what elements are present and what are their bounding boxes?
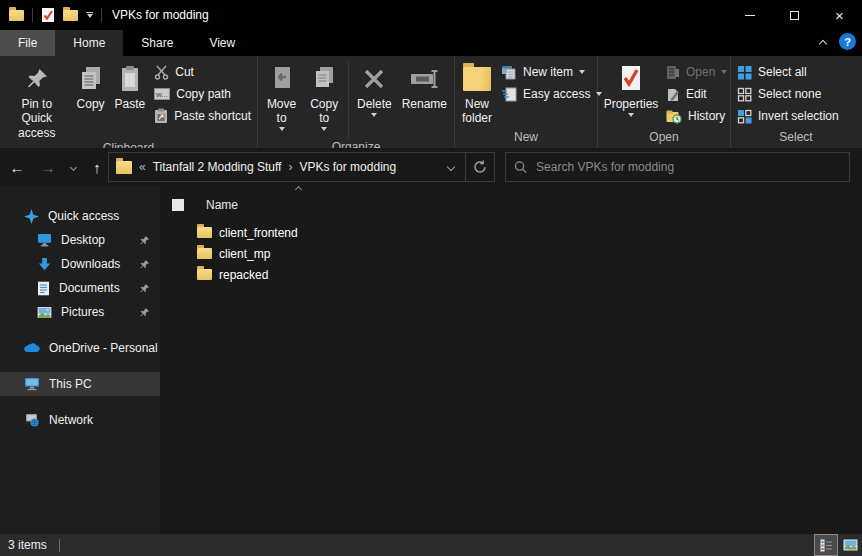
move-to-button[interactable]: Move to [260, 59, 303, 131]
close-button[interactable]: × [817, 0, 862, 30]
button-label: Copy path [176, 87, 231, 101]
search-icon [514, 160, 527, 174]
easy-access-button[interactable]: Easy access [497, 83, 606, 105]
large-icons-view-button[interactable] [838, 534, 862, 556]
pin-icon [139, 259, 150, 270]
button-label: Cut [175, 65, 194, 79]
properties-button[interactable]: Properties [600, 59, 662, 117]
qat-properties-button[interactable] [41, 7, 55, 23]
search-input[interactable] [536, 160, 841, 174]
paste-shortcut-button[interactable]: Paste shortcut [150, 105, 255, 127]
sidebar-item-pictures[interactable]: Pictures [0, 300, 160, 324]
tab-share[interactable]: Share [123, 30, 191, 56]
sidebar-item-label: This PC [49, 377, 92, 391]
tab-view[interactable]: View [191, 30, 253, 56]
qat-customize-dropdown[interactable] [86, 12, 93, 18]
details-view-icon [820, 539, 833, 552]
scissors-icon [154, 65, 169, 80]
paste-button[interactable]: Paste [110, 59, 151, 111]
paste-shortcut-icon [154, 108, 168, 124]
downloads-icon [37, 257, 52, 272]
open-button[interactable]: Open [662, 61, 731, 83]
refresh-button[interactable] [466, 153, 494, 181]
button-label: New folder [462, 97, 492, 126]
button-label: Invert selection [758, 109, 839, 123]
sidebar-item-onedrive[interactable]: OneDrive - Personal [0, 336, 160, 360]
ribbon: Pin to Quick access Copy Paste Cut [0, 56, 862, 148]
rename-button[interactable]: Rename [397, 59, 452, 111]
sidebar-item-downloads[interactable]: Downloads [0, 252, 160, 276]
minimize-button[interactable] [727, 0, 772, 30]
copy-path-button[interactable]: w... Copy path [150, 83, 255, 105]
breadcrumb-current-folder[interactable]: VPKs for modding [299, 160, 396, 174]
help-button[interactable]: ? [839, 33, 856, 50]
select-none-button[interactable]: Select none [733, 83, 843, 105]
column-header-name[interactable]: Name [206, 198, 238, 212]
up-icon: ↑ [93, 159, 101, 176]
delete-button[interactable]: Delete [352, 59, 397, 117]
back-button[interactable]: ← [0, 159, 34, 176]
ribbon-group-select: Select all Select none Invert selection … [731, 56, 861, 148]
new-folder-icon [463, 61, 491, 97]
window-title: VPKs for modding [112, 8, 209, 22]
breadcrumb-prefix[interactable]: « [139, 160, 146, 174]
pin-icon [139, 235, 150, 246]
file-row[interactable]: client_mp [160, 243, 862, 264]
cut-button[interactable]: Cut [150, 61, 255, 83]
address-dropdown-button[interactable] [437, 153, 465, 181]
item-count: 3 items [8, 538, 47, 552]
sidebar: Quick access Desktop Downloads Documents… [0, 186, 160, 534]
refresh-icon [473, 160, 487, 174]
button-label: Select none [758, 87, 821, 101]
tab-file[interactable]: File [0, 30, 55, 56]
up-button[interactable]: ↑ [84, 159, 110, 176]
desktop-icon [37, 233, 52, 247]
breadcrumb-separator[interactable]: › [288, 160, 292, 174]
new-item-button[interactable]: New item [497, 61, 606, 83]
copy-to-button[interactable]: Copy to [303, 59, 345, 131]
invert-selection-button[interactable]: Invert selection [733, 105, 843, 127]
dropdown-caret [628, 113, 634, 117]
sidebar-item-label: Network [49, 413, 93, 427]
sidebar-item-this-pc[interactable]: This PC [0, 372, 160, 396]
button-label: Open [686, 65, 715, 79]
sidebar-item-quick-access[interactable]: Quick access [0, 204, 160, 228]
tab-home[interactable]: Home [55, 30, 123, 56]
invert-selection-icon [737, 109, 752, 124]
pictures-icon [37, 306, 52, 319]
recent-locations-button[interactable] [62, 165, 84, 170]
search-box[interactable] [505, 152, 850, 182]
sidebar-item-documents[interactable]: Documents [0, 276, 160, 300]
bar [86, 12, 93, 13]
quick-access-star-icon [24, 209, 39, 224]
properties-check-icon [41, 7, 55, 23]
large-icons-view-icon [843, 539, 858, 551]
address-bar[interactable]: « Titanfall 2 Modding Stuff › VPKs for m… [108, 152, 495, 182]
pin-to-quick-access-button[interactable]: Pin to Quick access [2, 59, 72, 140]
forward-button[interactable]: → [34, 159, 62, 176]
sidebar-item-desktop[interactable]: Desktop [0, 228, 160, 252]
history-button[interactable]: History [662, 105, 731, 127]
open-icon [666, 65, 680, 80]
qat-new-folder-button[interactable] [63, 10, 78, 21]
select-all-button[interactable]: Select all [733, 61, 843, 83]
copy-button[interactable]: Copy [72, 59, 110, 111]
select-none-icon [737, 87, 752, 102]
edit-button[interactable]: Edit [662, 83, 731, 105]
file-row[interactable]: repacked [160, 264, 862, 285]
maximize-button[interactable] [772, 0, 817, 30]
select-all-checkbox[interactable] [172, 199, 184, 211]
rename-icon [409, 61, 439, 97]
close-icon: × [835, 8, 844, 23]
sidebar-item-network[interactable]: Network [0, 408, 160, 432]
collapse-ribbon-button[interactable] [814, 35, 832, 53]
file-row[interactable]: client_frontend [160, 222, 862, 243]
button-label: Copy [77, 97, 105, 111]
divider [32, 8, 33, 22]
status-bar: 3 items [0, 534, 862, 556]
new-folder-button[interactable]: New folder [457, 59, 497, 126]
sidebar-item-label: Pictures [61, 305, 104, 319]
breadcrumb-parent-folder[interactable]: Titanfall 2 Modding Stuff [153, 160, 282, 174]
ribbon-group-clipboard: Pin to Quick access Copy Paste Cut [0, 56, 258, 148]
details-view-button[interactable] [814, 534, 838, 556]
